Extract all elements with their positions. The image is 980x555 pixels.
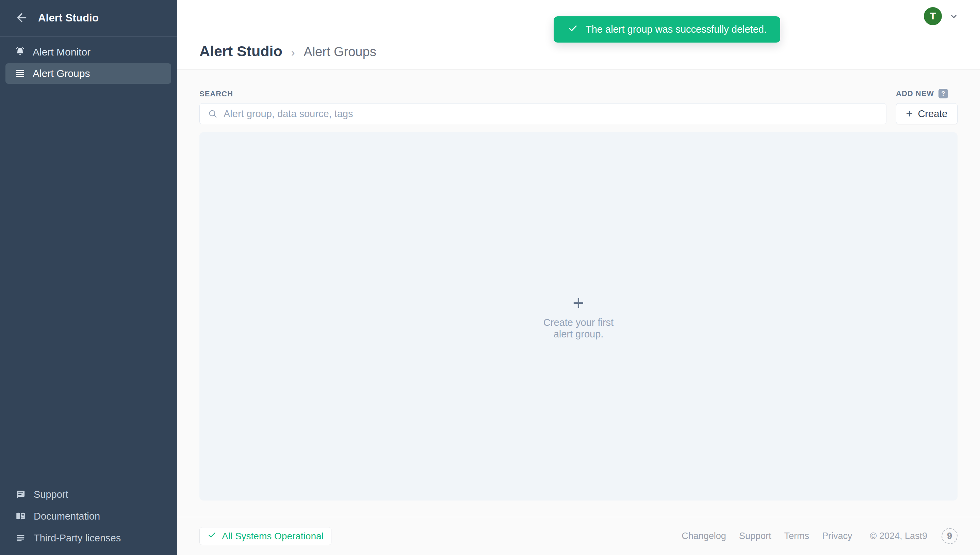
add-new-label: ADD NEW	[896, 89, 934, 98]
sidebar-title: Alert Studio	[38, 12, 99, 24]
arrow-left-icon	[15, 11, 29, 26]
plus-icon: +	[906, 107, 913, 119]
footer-link-changelog[interactable]: Changelog	[681, 531, 726, 541]
empty-state-create[interactable]: + Create your first alert group.	[544, 293, 614, 340]
search-icon	[208, 109, 218, 119]
breadcrumb-root[interactable]: Alert Studio	[200, 43, 283, 59]
copyright-text: © 2024, Last9	[870, 531, 927, 541]
search-input[interactable]	[224, 108, 878, 120]
sidebar: Alert Studio Alert Monitor Alert Groups	[0, 0, 177, 555]
search-label: SEARCH	[200, 90, 886, 98]
back-button[interactable]	[14, 11, 29, 26]
empty-state-text: Create your first alert group.	[544, 317, 614, 340]
create-button-label: Create	[918, 108, 947, 120]
main-area: Alert Studio › Alert Groups T The alert …	[177, 0, 980, 555]
last9-logo[interactable]: 9	[942, 528, 958, 544]
system-status-label: All Systems Operational	[222, 531, 324, 542]
sidebar-item-documentation[interactable]: Documentation	[0, 505, 177, 527]
chevron-down-icon	[949, 11, 959, 21]
empty-state-line2: alert group.	[544, 328, 614, 340]
sidebar-bottom-links: Support Documentation Third-Party licens…	[0, 476, 177, 555]
system-status-pill[interactable]: All Systems Operational	[200, 527, 331, 545]
add-new-label-row: ADD NEW ?	[896, 89, 958, 98]
footer-link-terms[interactable]: Terms	[784, 531, 809, 541]
avatar[interactable]: T	[924, 7, 942, 25]
footer-link-privacy[interactable]: Privacy	[822, 531, 852, 541]
list-lines-icon	[15, 533, 26, 544]
check-icon	[567, 23, 578, 36]
open-book-icon	[15, 511, 26, 521]
footer: All Systems Operational Changelog Suppor…	[177, 517, 980, 555]
sidebar-link-label: Documentation	[34, 511, 100, 522]
sidebar-spacer	[0, 85, 177, 476]
sidebar-item-label: Alert Groups	[33, 68, 90, 79]
sidebar-header: Alert Studio	[0, 0, 177, 37]
create-button[interactable]: + Create	[896, 103, 958, 124]
check-icon	[207, 530, 217, 542]
alert-groups-empty-panel: + Create your first alert group.	[200, 132, 958, 500]
breadcrumb: Alert Studio › Alert Groups	[200, 43, 376, 59]
content: SEARCH ADD NEW ? + Creat	[177, 70, 980, 517]
sidebar-nav: Alert Monitor Alert Groups	[0, 37, 177, 85]
plus-icon: +	[544, 293, 614, 313]
app-root: Alert Studio Alert Monitor Alert Groups	[0, 0, 980, 555]
search-column: SEARCH	[200, 90, 886, 124]
sidebar-item-support[interactable]: Support	[0, 483, 177, 505]
add-new-column: ADD NEW ? + Create	[896, 89, 958, 124]
rows-icon	[14, 68, 26, 79]
chevron-right-icon: ›	[291, 46, 295, 59]
footer-links: Changelog Support Terms Privacy © 2024, …	[681, 528, 958, 544]
sidebar-item-alert-monitor[interactable]: Alert Monitor	[5, 42, 171, 62]
sidebar-link-label: Third-Party licenses	[34, 533, 121, 544]
empty-state-line1: Create your first	[544, 317, 614, 328]
footer-link-support[interactable]: Support	[739, 531, 771, 541]
toast-message: The alert group was successfully deleted…	[586, 24, 767, 35]
help-badge[interactable]: ?	[938, 89, 948, 98]
sidebar-link-label: Support	[34, 489, 69, 500]
sidebar-item-label: Alert Monitor	[33, 46, 91, 58]
chat-bubble-icon	[15, 489, 26, 500]
breadcrumb-current: Alert Groups	[304, 45, 376, 59]
sidebar-item-third-party-licenses[interactable]: Third-Party licenses	[0, 527, 177, 549]
search-box	[200, 103, 886, 124]
user-menu-button[interactable]: T	[924, 7, 959, 25]
bell-ring-icon	[14, 46, 26, 58]
success-toast: The alert group was successfully deleted…	[554, 16, 780, 43]
sidebar-item-alert-groups[interactable]: Alert Groups	[5, 63, 171, 84]
controls-row: SEARCH ADD NEW ? + Creat	[200, 89, 958, 124]
